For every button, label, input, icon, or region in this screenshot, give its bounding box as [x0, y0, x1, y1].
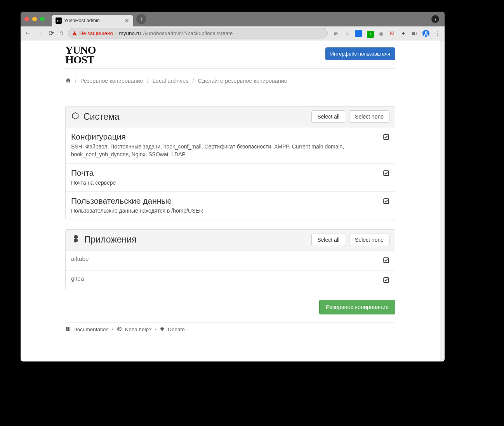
- breadcrumb: / Резервное копирование / Local archives…: [65, 77, 395, 84]
- maximize-window-icon[interactable]: [40, 17, 45, 21]
- backup-button[interactable]: Резервное копирование: [319, 300, 395, 314]
- item-title: gitea: [71, 275, 377, 282]
- item-title: Конфигурация: [71, 132, 377, 141]
- back-icon[interactable]: ←: [24, 29, 31, 37]
- action-row: Резервное копирование: [65, 300, 395, 314]
- item-title: Пользовательские данные: [71, 196, 377, 206]
- page-header: YUNO HOST Интерфейс пользователя: [65, 45, 395, 65]
- item-title: alltube: [71, 255, 377, 262]
- checked-icon[interactable]: [383, 170, 389, 178]
- url-input[interactable]: Не защищено | myuno.ru/yunohost/admin/#/…: [68, 28, 328, 38]
- menu-icon[interactable]: ⋮: [434, 30, 441, 37]
- cube-icon: [71, 112, 80, 122]
- ext1-icon[interactable]: [355, 30, 362, 37]
- yunohost-logo[interactable]: YUNO HOST: [65, 45, 96, 65]
- breadcrumb-create: Сделайте резервное копирование: [198, 78, 287, 84]
- breadcrumb-backup[interactable]: Резервное копирование: [80, 78, 143, 84]
- minimize-window-icon[interactable]: [32, 17, 37, 21]
- apps-panel-header: Приложения Select all Select none: [66, 230, 395, 250]
- apps-select-all-button[interactable]: Select all: [311, 234, 345, 246]
- browser-tab[interactable]: YH YunoHost admin ✕: [52, 15, 133, 26]
- footer: Documentation • Need help? • Donate: [65, 326, 395, 344]
- footer-help-link[interactable]: Need help?: [125, 326, 152, 332]
- address-bar: ← → ⟳ ⌂ Не защищено | myuno.ru/yunohost/…: [21, 26, 445, 40]
- user-interface-button[interactable]: Интерфейс пользователя: [325, 47, 395, 60]
- nav-controls: ← → ⟳ ⌂: [24, 29, 63, 37]
- ext2-icon[interactable]: 🧩1: [366, 30, 373, 37]
- checked-icon[interactable]: [383, 257, 389, 265]
- url-path: /yunohost/admin/#/backup/local/create: [143, 30, 233, 36]
- system-item-userdata[interactable]: Пользовательские данные Пользовательские…: [66, 191, 395, 220]
- bookmark-icon[interactable]: ☆: [344, 30, 351, 37]
- checked-icon[interactable]: [383, 277, 389, 285]
- reading-list-icon[interactable]: ≡♪: [411, 30, 418, 37]
- system-panel: Система Select all Select none Конфигура…: [65, 106, 395, 220]
- checked-icon[interactable]: [383, 134, 389, 142]
- home-icon[interactable]: ⌂: [59, 29, 63, 37]
- checked-icon[interactable]: [383, 198, 389, 206]
- heart-icon: [160, 326, 165, 333]
- item-desc: Пользовательские данные находятся в /hom…: [71, 207, 377, 215]
- apps-select-none-button[interactable]: Select none: [349, 234, 389, 246]
- url-host: myuno.ru: [119, 30, 141, 36]
- cubes-icon: [71, 234, 80, 245]
- system-select-all-button[interactable]: Select all: [311, 110, 345, 123]
- footer-doc-link[interactable]: Documentation: [73, 326, 109, 332]
- favicon-icon: YH: [56, 17, 62, 24]
- system-panel-header: Система Select all Select none: [66, 106, 395, 127]
- footer-divider: [65, 322, 395, 323]
- gmail-icon[interactable]: M: [389, 30, 396, 37]
- extensions-icon[interactable]: ✦: [400, 30, 407, 37]
- svg-point-5: [117, 327, 121, 331]
- close-window-icon[interactable]: [24, 17, 29, 21]
- book-icon: [65, 326, 70, 333]
- tab-bar: YH YunoHost admin ✕ + ▾: [21, 12, 445, 26]
- warning-icon: [72, 31, 77, 35]
- extension-icons: ⊕ ☆ 🧩1 ▦ M ✦ ≡♪ Д ⋮: [332, 30, 441, 37]
- system-select-none-button[interactable]: Select none: [349, 110, 389, 123]
- ext3-icon[interactable]: ▦: [377, 30, 384, 37]
- window-controls: [24, 17, 45, 21]
- close-tab-icon[interactable]: ✕: [125, 17, 129, 24]
- item-title: Почта: [71, 168, 377, 178]
- apps-panel: Приложения Select all Select none alltub…: [65, 229, 395, 290]
- app-item-gitea[interactable]: gitea: [66, 270, 395, 290]
- lifering-icon: [117, 326, 122, 333]
- forward-icon: →: [36, 29, 43, 37]
- profile-avatar[interactable]: Д: [422, 30, 429, 37]
- browser-window: YH YunoHost admin ✕ + ▾ ← → ⟳ ⌂ Не защищ…: [21, 12, 445, 361]
- svg-point-6: [118, 328, 120, 330]
- tab-overflow-icon[interactable]: ▾: [431, 15, 439, 23]
- system-item-mail[interactable]: Почта Почта на сервере: [66, 163, 395, 192]
- system-title: Система: [83, 112, 120, 122]
- new-tab-button[interactable]: +: [136, 14, 146, 24]
- item-desc: Почта на сервере: [71, 179, 377, 187]
- security-status: Не защищено: [79, 30, 113, 36]
- system-item-config[interactable]: Конфигурация SSH, Файрвол, Постоянные за…: [66, 127, 395, 163]
- page-content: YUNO HOST Интерфейс пользователя / Резер…: [21, 40, 445, 361]
- apps-title: Приложения: [84, 234, 137, 245]
- tab-title: YunoHost admin: [64, 18, 100, 23]
- translate-icon[interactable]: ⊕: [332, 30, 339, 37]
- app-item-alltube[interactable]: alltube: [66, 250, 395, 270]
- footer-donate-link[interactable]: Donate: [168, 326, 185, 332]
- breadcrumb-home-icon[interactable]: [65, 77, 71, 84]
- divider: [65, 68, 395, 69]
- breadcrumb-local-archives[interactable]: Local archives: [153, 78, 189, 84]
- reload-icon[interactable]: ⟳: [49, 29, 54, 37]
- item-desc: SSH, Файрвол, Постоянные задачи, hook_co…: [71, 143, 377, 158]
